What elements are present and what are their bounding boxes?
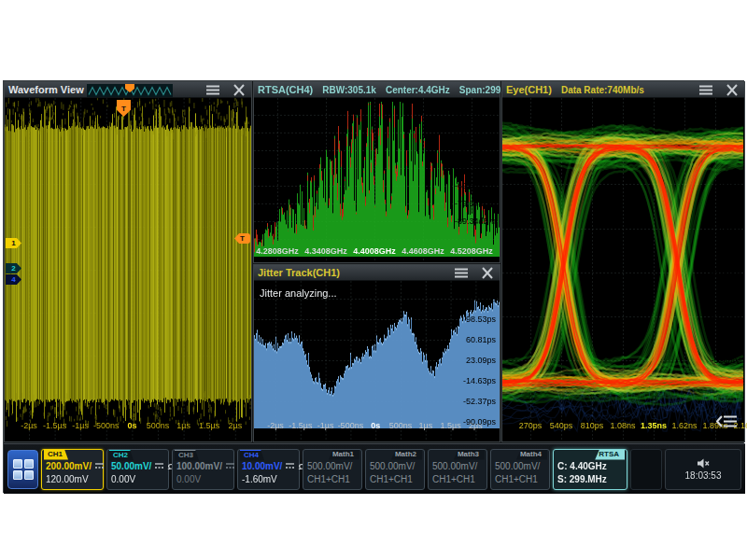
x-tick-label: 270ps	[519, 421, 543, 430]
x-tick-label: 1.35ns	[641, 421, 667, 430]
channel-boxes: CH1200.00mV/Ω120.00mVCH250.00mV/Ω0.00VCH…	[41, 449, 300, 490]
x-tick-label: -2µs	[21, 421, 37, 430]
math-tab-label: Math4	[516, 450, 547, 460]
close-icon[interactable]	[724, 84, 740, 96]
grid-icon	[13, 459, 34, 480]
panel-eye-diagram: Eye(CH1) Data Rate:740Mb/s 270ps540ps810…	[501, 81, 745, 442]
math-scale-value: 500.00mV/	[370, 460, 420, 473]
math-box-math4[interactable]: Math4500.00mV/CH1+CH1	[490, 449, 550, 490]
math-box-math1[interactable]: Math1500.00mV/CH1+CH1	[303, 449, 362, 490]
waveform-view-header: Waveform View	[5, 82, 251, 98]
speaker-muted-icon	[697, 458, 710, 469]
y-tick-label: -49.34dBm	[455, 146, 496, 155]
x-tick-label: 1.5µs	[199, 421, 219, 430]
x-tick-label: 4.4608GHz	[402, 246, 444, 256]
ch4-marker-label: 4	[11, 275, 15, 284]
trigger-tag-label: T	[121, 105, 126, 113]
waveform-x-axis: -2µs-1.5µs-1µs-500ns0s500ns1µs1.5µs2µs	[5, 421, 251, 432]
y-tick-label: -320mV	[711, 312, 740, 321]
channel-tab-label: CH4	[240, 450, 264, 461]
math-expression: CH1+CH1	[432, 473, 483, 486]
rtsa-rbw: RBW:305.1k	[322, 85, 376, 95]
y-tick-label: 280mV	[713, 179, 740, 189]
collapse-splitter-icon[interactable]	[716, 414, 739, 428]
y-tick-label: -120mV	[711, 268, 740, 277]
rtsa-span-value: S: 299.MHz	[557, 473, 623, 486]
x-tick-label: 810ps	[581, 421, 604, 430]
jitter-status-message: Jitter analyzing...	[260, 287, 337, 299]
y-tick-label: -52.37ps	[463, 397, 496, 406]
math-box-math3[interactable]: Math3500.00mV/CH1+CH1	[428, 449, 487, 490]
eye-data-rate: Data Rate:740Mb/s	[561, 85, 644, 95]
spectrum-plot-canvas	[254, 98, 500, 262]
rtsa-status-box[interactable]: RTSA C: 4.40GHz S: 299.MHz	[553, 449, 627, 490]
channel-offset-value: 120.00mV	[46, 473, 99, 486]
panel-jitter-track: Jitter Track(CH1) Jitter analyzing... -2…	[253, 264, 500, 442]
x-tick-label: -1µs	[317, 421, 334, 430]
waveform-view-title: Waveform View	[8, 84, 84, 95]
y-tick-label: -59.34dBm	[455, 163, 496, 173]
waveform-preview-strip[interactable]	[87, 84, 173, 96]
math-expression: CH1+CH1	[307, 473, 358, 486]
x-tick-label: 1µs	[176, 421, 190, 430]
x-tick-label: 1µs	[418, 421, 432, 430]
channel-scale-value: 200.00mV/	[46, 460, 92, 473]
x-tick-label: 2µs	[228, 421, 242, 430]
menu-icon[interactable]	[453, 267, 470, 279]
x-tick-label: -1µs	[72, 421, 89, 430]
jitter-header: Jitter Track(CH1)	[254, 265, 500, 281]
dc-coupling-icon	[94, 462, 105, 469]
panel-waveform-view: Waveform View -2µs-1.5µs-1µs-500ns0s500n…	[4, 81, 252, 442]
statusbar-spacer	[630, 449, 662, 490]
channel-box-ch4[interactable]: CH410.00mV/Ω-1.60mV	[237, 449, 300, 490]
channel-box-ch3[interactable]: CH3100.00mV/0.00V	[172, 449, 234, 490]
y-tick-label: 60.81ps	[466, 335, 496, 344]
clock-box[interactable]: 18:03:53	[665, 449, 741, 490]
channel-offset-value: -1.60mV	[242, 473, 295, 486]
math-scale-value: 500.00mV/	[307, 460, 358, 473]
x-tick-label: 0s	[127, 421, 136, 430]
math-tab-label: Math1	[329, 450, 359, 460]
y-tick-label: -69.34dBm	[455, 181, 496, 190]
math-boxes: Math1500.00mV/CH1+CH1Math2500.00mV/CH1+C…	[303, 449, 550, 490]
rtsa-x-axis: 4.2808GHz4.3408GHz4.4008GHz4.4608GHz4.52…	[254, 246, 500, 258]
menu-icon[interactable]	[204, 84, 221, 96]
x-tick-label: 4.3408GHz	[304, 246, 347, 256]
ch2-marker-label: 2	[11, 264, 15, 273]
rtsa-title: RTSA(CH4)	[258, 84, 313, 95]
dc-coupling-icon	[225, 462, 235, 469]
eye-plot-canvas	[502, 98, 744, 441]
y-tick-label: 80mV	[718, 223, 740, 232]
channel-tab-label: CH2	[109, 450, 134, 461]
channel-box-ch1[interactable]: CH1200.00mV/Ω120.00mV	[41, 449, 104, 490]
menu-icon[interactable]	[698, 84, 714, 96]
math-expression: CH1+CH1	[495, 473, 545, 486]
x-tick-label: -1.5µs	[43, 421, 66, 430]
y-tick-label: -520mV	[711, 356, 740, 365]
x-tick-label: -500ns	[93, 421, 120, 430]
close-icon[interactable]	[231, 84, 247, 96]
ch1-marker-label: 1	[11, 239, 15, 247]
panel-rtsa-spectrum: RTSA(CH4) RBW:305.1k Center:4.4GHz Span:…	[253, 81, 500, 263]
layout-grid-button[interactable]	[7, 450, 38, 489]
rtsa-center: Center:4.4GHz	[386, 85, 450, 95]
channel-scale-value: 50.00mV/	[111, 460, 151, 473]
trigger-right-label: T	[240, 234, 245, 243]
bottom-status-bar: CH1200.00mV/Ω120.00mVCH250.00mV/Ω0.00VCH…	[4, 443, 745, 494]
channel-box-ch2[interactable]: CH250.00mV/Ω0.00V	[106, 449, 169, 490]
channel-tab-label: CH1	[44, 450, 68, 460]
x-tick-label: -500ns	[338, 421, 364, 430]
math-scale-value: 500.00mV/	[495, 460, 545, 473]
channel-scale-value: 10.00mV/	[242, 460, 282, 473]
math-expression: CH1+CH1	[370, 473, 420, 486]
y-tick-label: -14.63ps	[463, 376, 496, 385]
eye-title: Eye(CH1)	[506, 84, 552, 95]
x-tick-label: 1.08ns	[610, 421, 635, 430]
jitter-title: Jitter Track(CH1)	[258, 267, 340, 278]
rtsa-center-value: C: 4.40GHz	[557, 460, 623, 473]
close-icon[interactable]	[479, 267, 496, 279]
math-box-math2[interactable]: Math2500.00mV/CH1+CH1	[365, 449, 425, 490]
waveform-plot-canvas	[5, 98, 251, 441]
y-tick-label: -90.09ps	[463, 417, 496, 427]
channel-offset-value: 0.00V	[111, 473, 164, 486]
